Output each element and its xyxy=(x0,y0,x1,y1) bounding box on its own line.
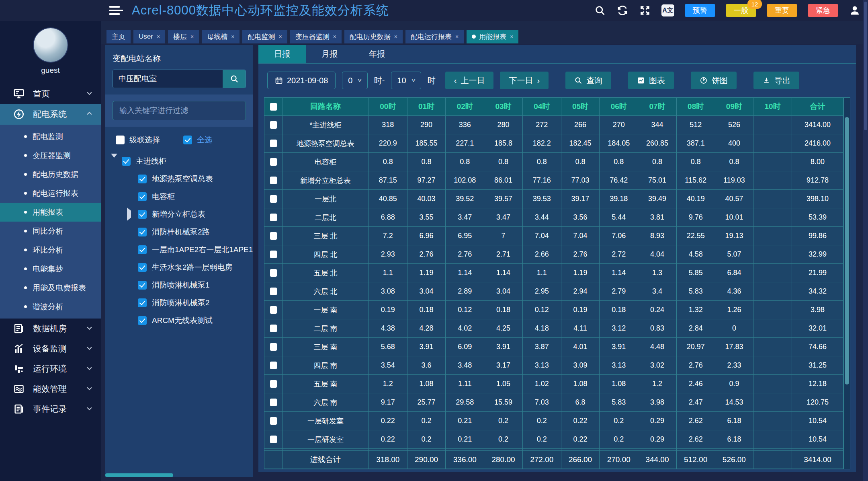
warning-badge[interactable]: 预警 xyxy=(685,4,715,17)
tab-用能报表[interactable]: 用能报表× xyxy=(467,30,518,43)
close-icon[interactable]: × xyxy=(455,33,459,40)
tree-node-checkbox[interactable] xyxy=(138,316,147,325)
tree-horizontal-scrollbar[interactable] xyxy=(105,473,173,477)
close-icon[interactable]: × xyxy=(394,33,397,40)
sidebar-item-用能及电费报表[interactable]: 用能及电费报表 xyxy=(0,278,101,297)
tree-node-checkbox[interactable] xyxy=(138,210,147,219)
tree-node-checkbox[interactable] xyxy=(122,157,131,166)
tab-配电监测[interactable]: 配电监测× xyxy=(242,30,287,43)
sidebar-item-设备监测[interactable]: 设备监测 xyxy=(0,339,101,359)
query-button[interactable]: 查询 xyxy=(565,72,611,89)
prev-day-button[interactable]: ‹上一日 xyxy=(445,72,494,89)
hour-from-select[interactable]: 0˅ xyxy=(342,72,367,89)
sidebar-item-用能报表[interactable]: 用能报表 xyxy=(0,203,101,222)
tree-node-checkbox[interactable] xyxy=(138,281,147,290)
expander-right-icon[interactable] xyxy=(127,211,133,218)
table-vertical-scrollbar[interactable] xyxy=(843,98,850,469)
sidebar-item-同比分析[interactable]: 同比分析 xyxy=(0,222,101,240)
row-checkbox[interactable] xyxy=(270,417,277,425)
tab-主页[interactable]: 主页 xyxy=(106,30,131,43)
tab-楼层[interactable]: 楼层× xyxy=(168,30,199,43)
sidebar-item-环比分析[interactable]: 环比分析 xyxy=(0,240,101,259)
tree-node-checkbox[interactable] xyxy=(138,175,147,183)
close-icon[interactable]: × xyxy=(231,33,234,40)
row-checkbox[interactable] xyxy=(270,380,277,388)
avatar[interactable] xyxy=(33,27,68,63)
refresh-icon[interactable] xyxy=(616,4,628,16)
tree-filter-input[interactable] xyxy=(113,101,246,120)
tab-User[interactable]: User× xyxy=(133,30,165,43)
close-icon[interactable]: × xyxy=(157,33,160,40)
fullscreen-icon[interactable] xyxy=(639,4,651,16)
next-day-button[interactable]: 下一日› xyxy=(500,72,549,89)
tree-node-地源热泵空调总表[interactable]: 地源热泵空调总表 xyxy=(111,170,249,188)
station-search-button[interactable] xyxy=(223,70,246,88)
tree-node-主进线柜[interactable]: 主进线柜 xyxy=(111,152,249,170)
hour-to-select[interactable]: 10˅ xyxy=(391,72,421,89)
tree-node-checkbox[interactable] xyxy=(138,192,147,201)
date-picker[interactable]: 2021-09-08 xyxy=(267,72,336,89)
tab-母线槽[interactable]: 母线槽× xyxy=(202,30,240,43)
row-checkbox[interactable] xyxy=(270,399,277,406)
row-checkbox[interactable] xyxy=(270,362,277,369)
translate-icon[interactable]: A文 xyxy=(661,4,674,16)
row-checkbox[interactable] xyxy=(270,140,277,147)
user-icon[interactable] xyxy=(849,4,861,16)
important-badge[interactable]: 重要 xyxy=(767,4,797,17)
sidebar-item-电能集抄[interactable]: 电能集抄 xyxy=(0,259,101,278)
report-tab-日报[interactable]: 日报 xyxy=(258,45,306,63)
close-icon[interactable]: × xyxy=(333,33,336,40)
close-icon[interactable]: × xyxy=(278,33,282,40)
sidebar-item-谐波分析[interactable]: 谐波分析 xyxy=(0,297,101,316)
row-checkbox[interactable] xyxy=(270,269,277,277)
tab-变压器监测[interactable]: 变压器监测× xyxy=(290,30,342,43)
row-checkbox[interactable] xyxy=(270,251,277,258)
sidebar-item-配电运行报表[interactable]: 配电运行报表 xyxy=(0,184,101,203)
sidebar-item-配电历史数据[interactable]: 配电历史数据 xyxy=(0,165,101,184)
close-icon[interactable]: × xyxy=(510,33,513,40)
tree-node-消防栓机械泵2路[interactable]: 消防栓机械泵2路 xyxy=(111,223,249,241)
search-icon[interactable] xyxy=(594,4,606,16)
sidebar-item-变压器监测[interactable]: 变压器监测 xyxy=(0,146,101,165)
row-checkbox[interactable] xyxy=(270,214,277,221)
row-checkbox[interactable] xyxy=(270,436,277,443)
row-checkbox[interactable] xyxy=(270,158,277,166)
menu-collapse-icon[interactable] xyxy=(109,4,123,16)
pie-button[interactable]: 饼图 xyxy=(691,72,737,89)
tree-node-新增分立柜总表[interactable]: 新增分立柜总表 xyxy=(111,206,249,223)
tree-node-checkbox[interactable] xyxy=(138,263,147,272)
row-checkbox[interactable] xyxy=(270,343,277,351)
row-checkbox[interactable] xyxy=(270,232,277,240)
sidebar-item-配电系统[interactable]: 配电系统 xyxy=(0,104,101,125)
select-all-rows-checkbox[interactable] xyxy=(270,103,277,111)
row-checkbox[interactable] xyxy=(270,306,277,314)
sidebar-item-能效管理[interactable]: 能效管理 xyxy=(0,379,101,399)
general-badge[interactable]: 一般 12 xyxy=(726,4,756,17)
select-all-checkbox[interactable] xyxy=(183,136,192,144)
row-checkbox[interactable] xyxy=(270,195,277,203)
tree-node-消防喷淋机械泵2[interactable]: 消防喷淋机械泵2 xyxy=(111,294,249,312)
sidebar-item-配电监测[interactable]: 配电监测 xyxy=(0,127,101,146)
station-input[interactable] xyxy=(113,70,223,88)
export-button[interactable]: 导出 xyxy=(753,72,799,89)
row-checkbox[interactable] xyxy=(270,177,277,184)
sidebar-item-运行环境[interactable]: 运行环境 xyxy=(0,359,101,379)
close-icon[interactable]: × xyxy=(190,33,194,40)
chart-button[interactable]: 图表 xyxy=(628,72,674,89)
expander-down-icon[interactable] xyxy=(111,158,117,165)
select-all-label[interactable]: 全选 xyxy=(197,135,212,145)
tab-配电运行报表[interactable]: 配电运行报表× xyxy=(405,30,464,43)
tab-配电历史数据[interactable]: 配电历史数据× xyxy=(344,30,403,43)
tree-node-ARCM无线表测试[interactable]: ARCM无线表测试 xyxy=(111,312,249,329)
row-checkbox[interactable] xyxy=(270,288,277,295)
sidebar-item-首页[interactable]: 首页 xyxy=(0,84,101,104)
tree-node-checkbox[interactable] xyxy=(138,245,147,254)
report-tab-年报[interactable]: 年报 xyxy=(353,45,401,63)
tree-node-checkbox[interactable] xyxy=(138,228,147,236)
page-scrollbar[interactable] xyxy=(863,0,868,481)
sidebar-item-事件记录[interactable]: 事件记录 xyxy=(0,399,101,419)
row-checkbox[interactable] xyxy=(270,121,277,129)
tree-node-生活水泵2路一层弱电房[interactable]: 生活水泵2路一层弱电房 xyxy=(111,259,249,276)
urgent-badge[interactable]: 紧急 xyxy=(808,4,838,17)
row-checkbox[interactable] xyxy=(270,325,277,332)
